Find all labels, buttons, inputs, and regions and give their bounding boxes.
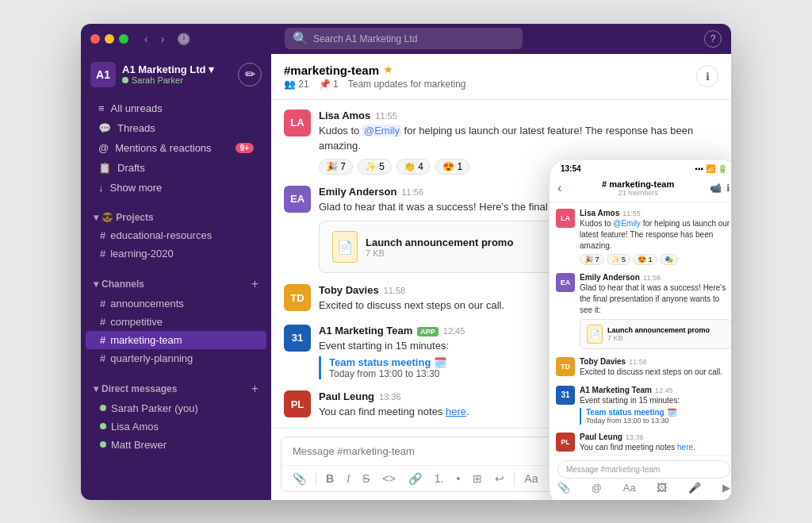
reaction-sparkles[interactable]: ✨ 5 (358, 159, 392, 175)
mentions-badge: 9+ (236, 143, 254, 153)
phone-image-button[interactable]: 🖼 (657, 482, 667, 494)
help-button[interactable]: ? (704, 30, 722, 48)
phone-font-button[interactable]: Aa (623, 482, 636, 494)
undo-button[interactable]: ↩ (492, 471, 508, 486)
reaction-heart-eyes[interactable]: 😍 1 (435, 159, 469, 175)
close-button[interactable] (90, 34, 100, 44)
message-text: Excited to discuss next steps on our cal… (580, 367, 731, 378)
search-bar[interactable]: 🔍 (285, 28, 523, 49)
chevron-down-icon: ▾ (94, 212, 98, 223)
add-dm-button[interactable]: + (251, 382, 259, 396)
meeting-notes-link[interactable]: here (446, 406, 466, 417)
message-time: 11:55 (622, 210, 641, 217)
add-channel-button[interactable]: + (251, 277, 259, 291)
avatar: TD (284, 284, 311, 311)
compose-button[interactable]: ✏ (238, 63, 262, 87)
star-icon[interactable]: ★ (384, 64, 393, 75)
sidebar-item-sarah-parker[interactable]: Sarah Parker (you) (81, 399, 271, 417)
reaction-clap[interactable]: 👏 4 (396, 159, 431, 175)
sidebar-item-lisa-amos[interactable]: Lisa Amos (81, 417, 271, 436)
list-item: TD Toby Davies 11:58 Excited to discuss … (556, 357, 731, 378)
phone-send-button[interactable]: ▶ (722, 482, 730, 494)
chevron-down-icon: ▾ (94, 383, 98, 394)
phone-attach-button[interactable]: 📎 (557, 482, 570, 494)
sidebar-item-learning-2020[interactable]: # learning-2020 (81, 244, 271, 263)
reaction[interactable]: ✨ 5 (607, 254, 631, 265)
strikethrough-button[interactable]: S (359, 471, 373, 486)
list-item: LA Lisa Amos 11:55 Kudos to @Emily for h… (556, 209, 731, 265)
ordered-list-button[interactable]: 1. (431, 471, 447, 486)
sidebar-item-quarterly-planning[interactable]: # quarterly-planning (81, 349, 271, 367)
back-button[interactable]: ‹ (141, 31, 151, 47)
sidebar-item-mentions[interactable]: @ Mentions & reactions 9+ (86, 138, 266, 158)
status-dot (100, 405, 106, 411)
file-size: 7 KB (607, 334, 710, 342)
minimize-button[interactable] (105, 34, 114, 44)
calendar-icon: 31 (556, 386, 575, 405)
dm-header[interactable]: ▾ Direct messages + (81, 374, 271, 399)
dm-section: ▾ Direct messages + Sarah Parker (you) L… (81, 371, 271, 457)
sidebar-item-show-more[interactable]: ↓ Show more (86, 178, 266, 198)
phone-input-area: Message #marketing-team 📎 @ Aa 🖼 🎤 ▶ (550, 455, 731, 498)
sidebar-item-matt-brewer[interactable]: Matt Brewer (81, 436, 271, 454)
phone-channel-name: # marketing-team (566, 179, 710, 189)
blockquote-button[interactable]: ⊞ (469, 471, 485, 486)
chevron-down-icon: ▾ (209, 63, 214, 75)
sidebar-item-announcements[interactable]: # announcements (81, 294, 271, 313)
message-sender: Lisa Amos (319, 110, 370, 121)
sidebar-item-educational-resources[interactable]: # educational-resources (81, 226, 271, 244)
list-icon: ≡ (98, 102, 105, 114)
sidebar-item-competitive[interactable]: # competitive (81, 313, 271, 331)
message-sender: Emily Anderson (319, 186, 396, 198)
threads-icon: 💬 (98, 122, 111, 134)
file-attachment: 📄 Launch announcement promo 7 KB (319, 221, 573, 273)
section-label: 😎 Projects (102, 212, 154, 223)
message-sender: Paul Leung (580, 433, 622, 441)
phone-back-button[interactable]: ‹ (557, 181, 561, 195)
event-title: Team status meeting 🗓️ (586, 408, 731, 417)
unordered-list-button[interactable]: • (453, 471, 463, 486)
phone-mic-button[interactable]: 🎤 (688, 482, 701, 494)
projects-header[interactable]: ▾ 😎 Projects (81, 204, 271, 226)
link-button[interactable]: 🔗 (405, 471, 425, 486)
file-name: Launch announcement promo (607, 326, 710, 334)
channel-info-button[interactable]: ℹ (696, 65, 718, 87)
font-button[interactable]: Aa (521, 471, 541, 486)
message-time: 11:56 (401, 187, 423, 197)
history-button[interactable]: 🕐 (174, 31, 193, 47)
sidebar-item-drafts[interactable]: 📋 Drafts (86, 158, 266, 178)
message-time: 11:56 (643, 274, 661, 282)
phone-mockup: 13:54 ▪▪▪ 📶 🔋 ‹ # marketing-team 21 memb… (549, 159, 731, 500)
fullscreen-button[interactable] (119, 34, 128, 44)
phone-info-icon[interactable]: ℹ (726, 183, 730, 194)
reaction[interactable]: 🎭 (660, 254, 678, 265)
italic-button[interactable]: I (343, 471, 353, 486)
sidebar-item-threads[interactable]: 💬 Threads (86, 118, 266, 138)
reaction-party[interactable]: 🎉 7 (319, 159, 353, 175)
phone-channel-info: # marketing-team 21 members (566, 179, 710, 197)
status-dot (100, 441, 106, 448)
traffic-lights (90, 34, 128, 44)
search-input[interactable] (313, 33, 515, 44)
list-item: EA Emily Anderson 11:56 Glad to hear tha… (556, 273, 731, 349)
code-button[interactable]: <> (379, 471, 398, 486)
attach-button[interactable]: 📎 (289, 471, 309, 486)
bold-button[interactable]: B (323, 471, 337, 486)
meeting-notes-link[interactable]: here (677, 443, 693, 452)
reaction[interactable]: 🎉 7 (580, 254, 604, 265)
message-header: Lisa Amos 11:55 (319, 110, 718, 121)
channels-header[interactable]: ▾ Channels + (81, 269, 271, 294)
phone-message-input[interactable]: Message #marketing-team (557, 460, 730, 479)
battery-icon: 🔋 (718, 164, 727, 173)
phone-video-icon[interactable]: 📹 (710, 183, 722, 194)
channel-meta: 👥 21 📌 1 Team updates for marketing (284, 79, 465, 90)
section-label: Channels (102, 279, 144, 290)
sidebar-item-marketing-team[interactable]: # marketing-team (86, 331, 266, 349)
phone-signals: ▪▪▪ 📶 🔋 (695, 164, 727, 173)
phone-at-button[interactable]: @ (592, 482, 602, 494)
message-text: Kudos to @Emily for helping us launch ou… (580, 218, 731, 252)
forward-button[interactable]: › (158, 31, 168, 47)
avatar: PL (556, 433, 575, 452)
sidebar-item-all-unreads[interactable]: ≡ All unreads (86, 98, 266, 118)
reaction[interactable]: 😍 1 (633, 254, 657, 265)
